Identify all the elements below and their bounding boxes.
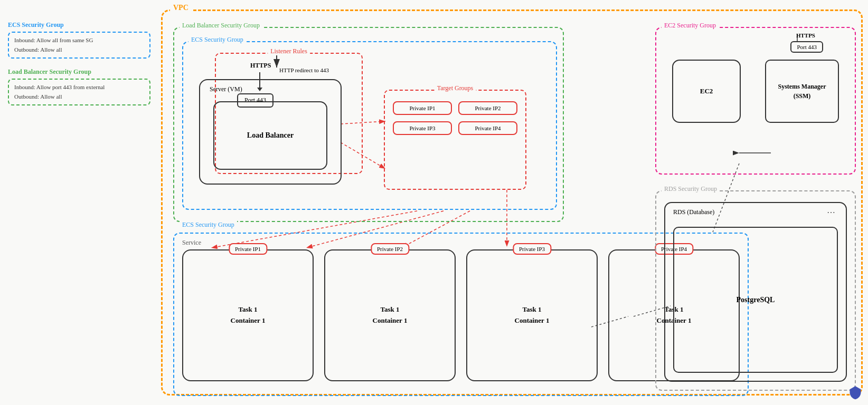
- ec2-port-443: Port 443: [790, 41, 823, 53]
- target-groups: Target Groups Private IP1 Private IP2 Pr…: [384, 90, 526, 190]
- ec2-sg-label: EC2 Security Group: [662, 22, 719, 30]
- task-ip-2: Private IP2: [371, 243, 409, 255]
- lb-sg-container: Load Balancer Security Group ECS Securit…: [173, 27, 564, 222]
- ecs-sg-legend: ECS Security Group Inbound: Allow all fr…: [8, 21, 150, 59]
- rds-outer-box: RDS (Database) ⋯ PostgreSQL: [664, 202, 847, 382]
- rds-dots: ⋯: [827, 207, 835, 217]
- vpc-label: VPC: [170, 4, 192, 12]
- lb-sg-legend: Load Balancer Security Group Inbound: Al…: [8, 68, 150, 105]
- rds-sg: RDS Security Group RDS (Database) ⋯ Post…: [655, 190, 856, 391]
- ecs-sg-top-label: ECS Security Group: [188, 36, 246, 44]
- target-ip1: Private IP1: [393, 101, 452, 115]
- server-vm-box: Server (VM) Load Balancer: [199, 79, 342, 185]
- ec2-https-label: HTTPS: [796, 32, 815, 38]
- ecs-sg-legend-box: Inbound: Allow all from same SG Outbound…: [8, 32, 150, 59]
- task-container-2: Private IP2 Task 1Container 1: [324, 249, 456, 381]
- ecs-sg-bottom-label: ECS Security Group: [180, 221, 237, 229]
- postgresql-label: PostgreSQL: [737, 296, 775, 304]
- listener-https-label: HTTPS: [250, 62, 271, 70]
- target-groups-grid: Private IP1 Private IP2 Private IP3 Priv…: [385, 91, 525, 146]
- load-balancer-box: Load Balancer: [213, 101, 327, 170]
- ecs-sg-top: ECS Security Group Listener Rules HTTPS …: [182, 41, 557, 210]
- lb-sg-legend-text1: Inbound: Allow port 443 from external: [14, 84, 105, 90]
- lb-sg-legend-text2: Outbound: Allow all: [14, 93, 62, 100]
- ec2-box: EC2: [672, 60, 741, 123]
- task-label-2: Task 1Container 1: [373, 304, 408, 326]
- shield-icon: [848, 385, 863, 400]
- lb-sg-legend-box: Inbound: Allow port 443 from external Ou…: [8, 79, 150, 105]
- task-container-1: Private IP1 Task 1Container 1: [182, 249, 314, 381]
- server-vm-label: Server (VM): [210, 85, 242, 93]
- target-ip2: Private IP2: [458, 101, 517, 115]
- lb-sg-legend-title: Load Balancer Security Group: [8, 68, 150, 76]
- rds-title: RDS (Database): [673, 208, 714, 216]
- ecs-sg-legend-text1: Inbound: Allow all from same SG: [14, 37, 93, 43]
- task-label-3: Task 1Container 1: [515, 304, 550, 326]
- vpc-container: VPC Load Balancer Security Group ECS Sec…: [161, 9, 863, 396]
- task-ip-3: Private IP3: [513, 243, 551, 255]
- task-label-1: Task 1Container 1: [231, 304, 266, 326]
- ec2-sg: EC2 Security Group HTTPS Port 443 EC2 Sy…: [655, 27, 856, 175]
- http-redirect-label: HTTP redirect to 443: [279, 67, 329, 73]
- service-label: Service: [180, 239, 204, 247]
- target-ip3: Private IP3: [393, 121, 452, 135]
- task-container-3: Private IP3 Task 1Container 1: [466, 249, 598, 381]
- ecs-sg-legend-text2: Outbound: Allow all: [14, 46, 62, 53]
- postgresql-box: PostgreSQL: [673, 227, 838, 373]
- target-groups-label: Target Groups: [435, 84, 476, 92]
- diagram-container: ECS Security Group Inbound: Allow all fr…: [0, 0, 868, 405]
- listener-rules-label: Listener Rules: [268, 47, 310, 55]
- task-ip-1: Private IP1: [229, 243, 267, 255]
- target-ip4: Private IP4: [458, 121, 517, 135]
- load-balancer-label: Load Balancer: [247, 131, 294, 140]
- lb-sg-label: Load Balancer Security Group: [180, 22, 262, 30]
- rds-sg-label: RDS Security Group: [662, 185, 720, 193]
- ecs-sg-legend-title: ECS Security Group: [8, 21, 150, 29]
- ssm-box: Systems Manager(SSM): [765, 60, 839, 123]
- legend: ECS Security Group Inbound: Allow all fr…: [8, 21, 150, 115]
